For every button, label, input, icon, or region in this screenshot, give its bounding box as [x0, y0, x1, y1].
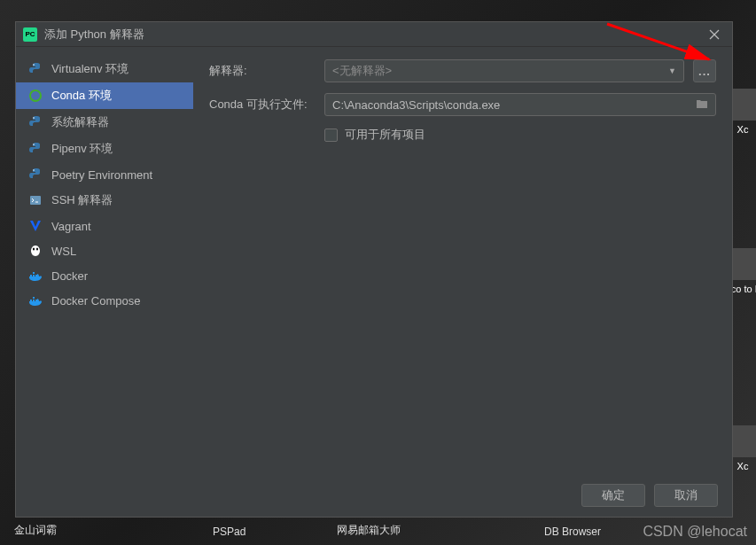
sidebar-item-label: SSH 解释器	[51, 192, 113, 208]
sidebar-item-docker-compose[interactable]: Docker Compose	[16, 288, 193, 313]
sidebar-item-ssh[interactable]: SSH 解释器	[16, 187, 193, 214]
svg-rect-10	[30, 275, 32, 276]
browse-interpreter-button[interactable]: ...	[693, 59, 716, 82]
add-interpreter-dialog: PC 添加 Python 解释器 Virtualenv 环境 Conda 环境	[15, 21, 733, 518]
svg-point-6	[33, 169, 35, 171]
svg-rect-13	[33, 272, 35, 274]
python-icon	[28, 62, 43, 76]
close-icon	[709, 29, 720, 40]
chevron-down-icon: ▼	[668, 66, 676, 75]
sidebar-item-label: Poetry Environment	[51, 168, 152, 182]
sidebar-item-label: Vagrant	[51, 220, 91, 233]
sidebar-item-label: 系统解释器	[51, 114, 109, 130]
svg-point-5	[33, 144, 35, 145]
taskbar-item[interactable]: 金山词霸	[14, 523, 57, 538]
dropdown-value: <无解释器>	[332, 63, 392, 79]
sidebar-item-system[interactable]: 系统解释器	[16, 109, 193, 136]
docker-icon	[28, 293, 43, 308]
sidebar-item-label: Conda 环境	[51, 88, 112, 104]
svg-point-9	[36, 248, 38, 251]
svg-point-3	[30, 90, 41, 101]
conda-icon	[28, 89, 43, 103]
sidebar-item-label: WSL	[51, 245, 76, 258]
ok-button[interactable]: 确定	[581, 484, 645, 507]
sidebar-item-conda[interactable]: Conda 环境	[16, 82, 193, 109]
svg-rect-17	[33, 297, 35, 299]
svg-point-8	[33, 248, 35, 251]
taskbar-item[interactable]: PSPad	[213, 526, 246, 538]
sidebar-item-label: Pipenv 环境	[51, 141, 113, 157]
cancel-button[interactable]: 取消	[654, 484, 718, 507]
conda-exe-label: Conda 可执行文件:	[209, 97, 316, 113]
svg-point-4	[33, 117, 35, 119]
main-panel: 解释器: <无解释器> ▼ ... Conda 可执行文件: C:\Anacon…	[193, 47, 732, 474]
available-all-checkbox[interactable]	[324, 128, 338, 142]
svg-rect-14	[30, 300, 32, 301]
svg-rect-15	[33, 300, 35, 301]
sidebar-item-virtualenv[interactable]: Virtualenv 环境	[16, 56, 193, 82]
python-icon	[28, 142, 43, 156]
conda-exe-input[interactable]: C:\Anaconda3\Scripts\conda.exe	[324, 93, 716, 116]
sidebar-item-vagrant[interactable]: Vagrant	[16, 214, 193, 238]
watermark: CSDN @lehocat	[643, 524, 747, 540]
svg-rect-11	[33, 275, 35, 276]
python-icon	[28, 115, 43, 129]
sidebar-item-label: Virtualenv 环境	[51, 61, 129, 77]
pycharm-icon: PC	[23, 27, 37, 42]
sidebar-item-poetry[interactable]: Poetry Environment	[16, 162, 193, 187]
close-button[interactable]	[704, 24, 725, 45]
dialog-footer: 确定 取消	[16, 474, 732, 517]
ssh-icon	[28, 193, 43, 207]
svg-point-2	[33, 64, 35, 66]
sidebar-item-docker[interactable]: Docker	[16, 263, 193, 288]
checkbox-label: 可用于所有项目	[345, 127, 425, 143]
sidebar-item-pipenv[interactable]: Pipenv 环境	[16, 136, 193, 162]
python-icon	[28, 167, 43, 182]
sidebar-item-wsl[interactable]: WSL	[16, 238, 193, 263]
taskbar-item[interactable]: 网易邮箱大师	[337, 523, 401, 538]
vagrant-icon	[28, 219, 43, 233]
interpreter-type-sidebar: Virtualenv 环境 Conda 环境 系统解释器 Pipenv 环境	[16, 47, 193, 474]
svg-rect-7	[30, 196, 41, 205]
interpreter-dropdown[interactable]: <无解释器> ▼	[324, 59, 684, 82]
dialog-title: 添加 Python 解释器	[44, 27, 704, 43]
input-value: C:\Anaconda3\Scripts\conda.exe	[332, 98, 500, 112]
folder-icon[interactable]	[696, 97, 708, 113]
docker-icon	[28, 269, 43, 283]
interpreter-label: 解释器:	[209, 63, 316, 79]
taskbar-item[interactable]: DB Browser	[544, 526, 601, 538]
wsl-icon	[28, 244, 43, 258]
titlebar: PC 添加 Python 解释器	[16, 22, 732, 47]
sidebar-item-label: Docker	[51, 269, 88, 283]
sidebar-item-label: Docker Compose	[51, 294, 140, 308]
